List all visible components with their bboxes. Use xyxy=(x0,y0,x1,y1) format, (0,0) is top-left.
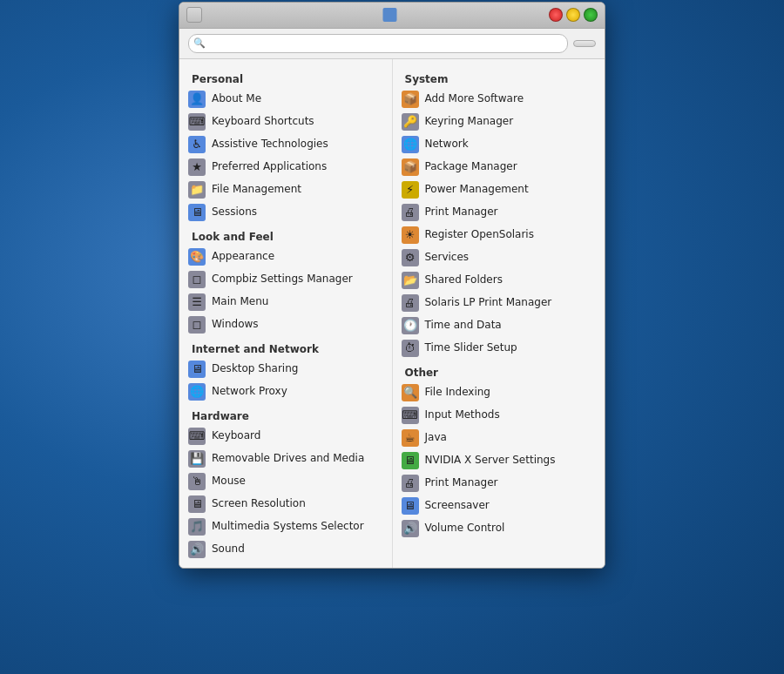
menu-item-internet-and-network-0[interactable]: 🖥Desktop Sharing xyxy=(179,358,392,381)
section-header-1: Look and Feel xyxy=(179,226,392,246)
menu-item-system-3[interactable]: 📦Package Manager xyxy=(393,156,605,179)
minimize-button[interactable] xyxy=(566,8,580,22)
menu-item-system-4[interactable]: ⚡Power Management xyxy=(393,179,605,201)
item-label: File Management xyxy=(212,183,301,197)
menu-item-look-and-feel-0[interactable]: 🎨Appearance xyxy=(179,246,392,268)
item-label: Screen Resolution xyxy=(212,497,306,511)
menu-item-internet-and-network-1[interactable]: 🌐Network Proxy xyxy=(179,381,392,403)
menu-item-personal-0[interactable]: 👤About Me xyxy=(179,88,392,111)
item-label: Add More Software xyxy=(425,92,524,106)
menu-item-hardware-0[interactable]: ⌨Keyboard xyxy=(179,425,392,448)
titlebar-app-icon xyxy=(383,8,397,22)
item-label: Keyboard Shortcuts xyxy=(212,115,314,129)
menu-item-system-2[interactable]: 🌐Network xyxy=(393,133,605,156)
search-input-wrap: 🔍 xyxy=(188,34,568,53)
section-header-0: Personal xyxy=(179,68,392,88)
item-label: About Me xyxy=(212,92,261,106)
item-label: Preferred Applications xyxy=(212,160,327,174)
section-header-1: Other xyxy=(393,361,605,381)
menu-item-look-and-feel-1[interactable]: ◻Compbiz Settings Manager xyxy=(179,268,392,291)
menu-item-other-5[interactable]: 🖥Screensaver xyxy=(393,495,605,517)
item-label: Volume Control xyxy=(425,522,505,536)
menu-item-hardware-2[interactable]: 🖱Mouse xyxy=(179,470,392,493)
menu-item-personal-2[interactable]: ♿Assistive Technologies xyxy=(179,133,392,156)
item-icon: ⚙ xyxy=(402,249,419,266)
item-icon: 🖱 xyxy=(188,473,206,490)
item-icon: ⚡ xyxy=(402,181,419,199)
item-icon: 🔊 xyxy=(402,520,419,537)
item-icon: 🔍 xyxy=(402,384,419,401)
search-input[interactable] xyxy=(188,34,568,53)
menu-item-look-and-feel-3[interactable]: ◻Windows xyxy=(179,313,392,336)
item-icon: 🎵 xyxy=(188,518,206,536)
left-column: Personal👤About Me⌨Keyboard Shortcuts♿Ass… xyxy=(179,59,393,568)
menu-item-personal-4[interactable]: 📁File Management xyxy=(179,179,392,201)
item-label: Shared Folders xyxy=(425,273,503,287)
section-header-3: Hardware xyxy=(179,405,392,425)
right-column: System📦Add More Software🔑Keyring Manager… xyxy=(393,59,605,568)
menu-item-hardware-3[interactable]: 🖥Screen Resolution xyxy=(179,493,392,516)
item-icon: 📦 xyxy=(402,158,419,176)
menu-item-other-2[interactable]: ☕Java xyxy=(393,427,605,449)
item-label: Mouse xyxy=(212,475,246,489)
close-button[interactable] xyxy=(549,8,563,22)
item-icon: ★ xyxy=(188,158,206,176)
item-label: Removable Drives and Media xyxy=(212,452,364,466)
menu-item-other-4[interactable]: 🖨Print Manager xyxy=(393,472,605,495)
menu-item-personal-1[interactable]: ⌨Keyboard Shortcuts xyxy=(179,111,392,133)
search-icon: 🔍 xyxy=(193,37,206,49)
menu-item-hardware-4[interactable]: 🎵Multimedia Systems Selector xyxy=(179,516,392,538)
menu-item-system-7[interactable]: ⚙Services xyxy=(393,246,605,269)
menu-item-system-0[interactable]: 📦Add More Software xyxy=(393,88,605,111)
menu-item-system-10[interactable]: 🕐Time and Data xyxy=(393,314,605,337)
item-icon: ◻ xyxy=(188,271,206,288)
menu-item-personal-5[interactable]: 🖥Sessions xyxy=(179,201,392,224)
item-label: Register OpenSolaris xyxy=(425,228,534,242)
item-label: Screensaver xyxy=(425,499,490,513)
titlebar-menu-button[interactable] xyxy=(186,7,202,23)
item-label: Time Slider Setup xyxy=(425,341,517,355)
menu-item-system-6[interactable]: ☀Register OpenSolaris xyxy=(393,224,605,246)
item-icon: 🖥 xyxy=(188,204,206,221)
item-label: Sound xyxy=(212,543,245,556)
item-label: Windows xyxy=(212,318,259,332)
menu-item-other-3[interactable]: 🖥NVIDIA X Server Settings xyxy=(393,449,605,472)
item-label: Solaris LP Print Manager xyxy=(425,296,552,310)
item-icon: ♿ xyxy=(188,136,206,153)
item-icon: 🎨 xyxy=(188,248,206,266)
item-label: Time and Data xyxy=(425,319,502,333)
menu-item-hardware-5[interactable]: 🔊Sound xyxy=(179,538,392,561)
item-icon: ⌨ xyxy=(188,428,206,445)
titlebar xyxy=(179,3,605,29)
item-label: NVIDIA X Server Settings xyxy=(425,454,556,468)
control-center-window: 🔍 Personal👤About Me⌨Keyboard Shortcuts♿A… xyxy=(179,2,605,569)
menu-item-other-1[interactable]: ⌨Input Methods xyxy=(393,404,605,427)
item-icon: ☕ xyxy=(402,429,419,447)
item-icon: 🖥 xyxy=(402,452,419,469)
item-icon: 🌐 xyxy=(188,383,206,401)
item-icon: 🖥 xyxy=(188,495,206,513)
menu-item-personal-3[interactable]: ★Preferred Applications xyxy=(179,156,392,179)
menu-item-system-11[interactable]: ⏱Time Slider Setup xyxy=(393,337,605,360)
maximize-button[interactable] xyxy=(584,8,598,22)
item-label: Java xyxy=(425,431,447,445)
menu-item-system-8[interactable]: 📂Shared Folders xyxy=(393,269,605,292)
item-icon: 📁 xyxy=(188,181,206,199)
menu-item-other-6[interactable]: 🔊Volume Control xyxy=(393,517,605,540)
item-icon: ☀ xyxy=(402,226,419,244)
item-label: Network Proxy xyxy=(212,385,287,399)
item-label: Keyboard xyxy=(212,429,260,443)
item-icon: ⌨ xyxy=(402,407,419,424)
item-icon: 🕐 xyxy=(402,317,419,334)
menu-item-system-1[interactable]: 🔑Keyring Manager xyxy=(393,111,605,133)
search-button[interactable] xyxy=(573,40,596,47)
menu-item-system-9[interactable]: 🖨Solaris LP Print Manager xyxy=(393,292,605,314)
menu-item-other-0[interactable]: 🔍File Indexing xyxy=(393,381,605,404)
menu-item-hardware-1[interactable]: 💾Removable Drives and Media xyxy=(179,448,392,470)
menu-item-system-5[interactable]: 🖨Print Manager xyxy=(393,201,605,224)
item-icon: 🖨 xyxy=(402,475,419,492)
item-label: Network xyxy=(425,138,469,152)
menu-item-look-and-feel-2[interactable]: ☰Main Menu xyxy=(179,291,392,313)
item-label: Input Methods xyxy=(425,408,500,422)
item-label: Services xyxy=(425,251,470,265)
